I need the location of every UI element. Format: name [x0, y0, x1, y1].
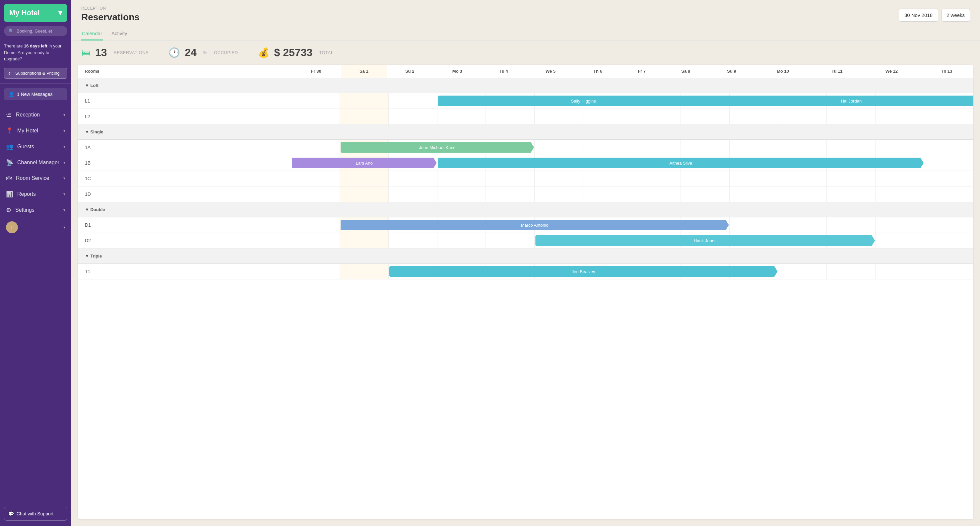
date-header-3: Mo 3	[433, 65, 481, 78]
sidebar: My Hotel ▾ 🔍 Booking, Guest, et There ar…	[0, 0, 71, 526]
occupied-icon: 🕐	[169, 47, 180, 58]
table-row: 1AJohn Michael Kane	[78, 140, 974, 155]
room-label-1B: 1B	[78, 155, 291, 171]
room-label-L2: L2	[78, 109, 291, 124]
chevron-down-icon: ▾	[64, 192, 65, 196]
settings-icon: ⚙	[6, 206, 11, 214]
search-box[interactable]: 🔍 Booking, Guest, et	[4, 26, 67, 36]
sidebar-item-room-service[interactable]: 🍽 Room Service ▾	[0, 171, 71, 186]
sidebar-item-reception[interactable]: 🛎 Reception ▾	[0, 107, 71, 123]
sidebar-item-channel-manager[interactable]: 📡 Channel Manager ▾	[0, 155, 71, 171]
chevron-down-icon: ▾	[64, 128, 65, 133]
table-row: 1BLars AnoAlthea Silva	[78, 155, 974, 171]
upgrade-icon: 🏷	[8, 71, 13, 76]
channel-manager-icon: 📡	[6, 159, 13, 166]
table-row: D1Marco Antonio	[78, 217, 974, 233]
booking-lars-ano[interactable]: Lars Ano	[292, 158, 437, 168]
date-header-7: Fr 7	[620, 65, 663, 78]
date-header-5: We 5	[526, 65, 575, 78]
date-picker[interactable]: 30 Nov 2018	[899, 9, 938, 22]
sidebar-item-settings[interactable]: ⚙ Settings ▾	[0, 202, 71, 218]
total-stat: 💰 $ 25733 TOTAL	[258, 46, 334, 59]
search-placeholder: Booking, Guest, et	[17, 29, 52, 33]
chevron-down-icon: ▾	[64, 208, 65, 212]
sidebar-item-label: Reports	[17, 191, 36, 197]
period-select[interactable]: 2 weeks 1 week 1 month	[942, 9, 970, 22]
reports-icon: 📊	[6, 190, 13, 198]
booking-john-michael-kane[interactable]: John Michael Kane	[340, 142, 534, 153]
messages-button[interactable]: 👤 1 New Messages	[4, 88, 67, 100]
table-row: 1D	[78, 186, 974, 202]
stats-bar: 🛏 13 RESERVATIONS 🕐 24 % OCCUPIED 💰 $ 25…	[71, 40, 980, 65]
occupied-stat: 🕐 24 % OCCUPIED	[169, 46, 238, 59]
reservations-stat: 🛏 13 RESERVATIONS	[81, 46, 149, 59]
occupied-label: OCCUPIED	[214, 50, 238, 55]
header-controls: 30 Nov 2018 2 weeks 1 week 1 month	[899, 9, 970, 22]
occupied-count: 24	[185, 46, 197, 59]
group-single: ▼ Single	[78, 124, 974, 140]
room-label-L1: L1	[78, 93, 291, 109]
chevron-down-icon: ▾	[64, 176, 65, 180]
tabs: Calendar Activity	[71, 22, 980, 40]
calendar-container[interactable]: RoomsFr 30Sa 1Su 2Mo 3Tu 4We 5Th 6Fr 7Sa…	[78, 65, 974, 520]
booking-hal-jordan[interactable]: Hal Jordan	[681, 96, 974, 106]
date-header-8: Sa 8	[663, 65, 708, 78]
total-amount: $ 25733	[274, 46, 313, 59]
percent-sign: %	[203, 50, 207, 55]
room-label-1C: 1C	[78, 171, 291, 186]
page-title: Reservations	[81, 12, 140, 22]
sidebar-item-guests[interactable]: 👥 Guests ▾	[0, 139, 71, 155]
table-row: 1C	[78, 171, 974, 186]
chat-icon: 💬	[8, 511, 14, 516]
header: RECEPTION Reservations 30 Nov 2018 2 wee…	[71, 0, 980, 22]
search-icon: 🔍	[9, 29, 14, 33]
sidebar-item-label: Reception	[16, 112, 40, 118]
upgrade-button[interactable]: 🏷 Subscriptions & Pricing	[4, 68, 67, 79]
booking-jen-beasley[interactable]: Jen Beasley	[389, 266, 778, 277]
date-header-13: Th 13	[920, 65, 974, 78]
sidebar-item-reports[interactable]: 📊 Reports ▾	[0, 186, 71, 202]
room-label-1A: 1A	[78, 140, 291, 155]
date-header-4: Tu 4	[482, 65, 526, 78]
hotel-selector[interactable]: My Hotel ▾	[4, 4, 67, 22]
reservations-count: 13	[95, 46, 107, 59]
table-row: L2	[78, 109, 974, 124]
room-service-icon: 🍽	[6, 175, 12, 182]
hotel-name: My Hotel	[9, 9, 40, 17]
group-loft: ▼ Loft	[78, 78, 974, 93]
sidebar-item-label: Settings	[15, 207, 35, 213]
chat-support-button[interactable]: 💬 Chat with Support	[4, 507, 67, 521]
my-hotel-icon: 📍	[6, 127, 13, 134]
sidebar-item-label: Guests	[17, 144, 34, 150]
rooms-column-header: Rooms	[78, 65, 291, 78]
room-label-D2: D2	[78, 233, 291, 249]
room-label-1D: 1D	[78, 186, 291, 202]
table-row: T1Jen Beasley	[78, 264, 974, 279]
tab-activity[interactable]: Activity	[111, 28, 128, 40]
booking-hank-jones[interactable]: Hank Jones	[535, 235, 875, 246]
sidebar-item-label: Channel Manager	[17, 159, 59, 166]
reservations-label: RESERVATIONS	[114, 50, 149, 55]
date-header-9: Su 9	[708, 65, 755, 78]
date-header-6: Th 6	[575, 65, 620, 78]
sidebar-item-my-hotel[interactable]: 📍 My Hotel ▾	[0, 123, 71, 139]
date-header-0: Fr 30	[291, 65, 341, 78]
reservations-icon: 🛏	[81, 47, 91, 58]
total-icon: 💰	[258, 47, 270, 58]
date-header-11: Tu 11	[811, 65, 863, 78]
table-row: L1Sally HigginsHal Jordan	[78, 93, 974, 109]
demo-banner: There are 16 days left in your Demo. Are…	[4, 43, 67, 62]
chevron-down-icon: ▾	[64, 144, 65, 149]
booking-althea-silva[interactable]: Althea Silva	[438, 158, 924, 168]
date-header-2: Su 2	[387, 65, 433, 78]
tab-calendar[interactable]: Calendar	[81, 28, 103, 40]
breadcrumb: RECEPTION	[81, 6, 140, 11]
user-menu[interactable]: I ▾	[0, 218, 71, 237]
sidebar-nav: 🛎 Reception ▾ 📍 My Hotel ▾ 👥 Guests ▾ 📡 …	[0, 107, 71, 218]
chevron-down-icon: ▾	[64, 113, 65, 117]
avatar: I	[6, 222, 18, 233]
booking-marco-antonio[interactable]: Marco Antonio	[340, 220, 729, 230]
room-label-T1: T1	[78, 264, 291, 279]
group-triple: ▼ Triple	[78, 249, 974, 264]
reception-icon: 🛎	[6, 112, 12, 118]
